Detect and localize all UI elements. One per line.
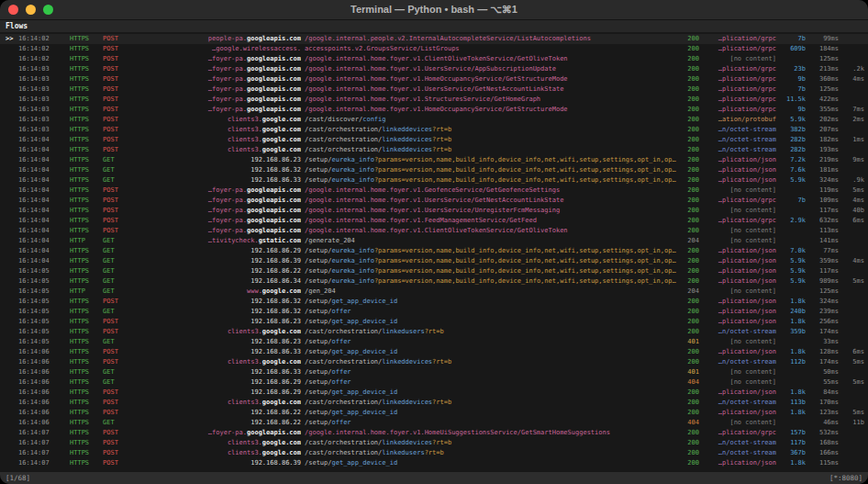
flow-row[interactable]: 16:14:07 HTTPS POST clients3.google.com … [0, 438, 868, 448]
flow-scheme: HTTPS [70, 256, 103, 266]
flow-path: /setup/eureka_info?params=version,name,b… [301, 276, 677, 287]
minimize-button[interactable] [26, 5, 36, 15]
flow-content-type: …plication/grpc [699, 44, 776, 54]
flow-status-code: 200 [677, 74, 699, 84]
flow-row[interactable]: 16:14:04 HTTPS POST clients3.google.com … [0, 145, 868, 155]
flow-row[interactable]: 16:14:06 HTTPS GET 192.168.86.22 /setup/… [0, 418, 868, 428]
flow-row[interactable]: 16:14:04 HTTPS GET 192.168.86.33 /setup/… [0, 175, 868, 186]
flow-row[interactable]: 16:14:04 HTTPS POST …foyer-pa.googleapis… [0, 226, 868, 236]
flow-row[interactable]: 16:14:07 HTTPS POST clients3.google.com … [0, 448, 868, 458]
flow-size [776, 377, 806, 388]
flow-extra-metric [839, 44, 868, 54]
flow-host-domain: googleapis.com [247, 55, 301, 62]
flow-timestamp: 16:14:07 [18, 448, 70, 458]
flow-scheme: HTTPS [70, 428, 103, 438]
flow-row[interactable]: 16:14:05 HTTPS GET 192.168.86.32 /setup/… [0, 307, 868, 317]
flow-host-subdomain: …foyer-pa. [208, 85, 247, 93]
flow-row[interactable]: 16:14:04 HTTPS POST …foyer-pa.googleapis… [0, 206, 868, 216]
flow-row[interactable]: 16:14:05 HTTPS POST 192.168.86.23 /setup… [0, 317, 868, 327]
flow-method: POST [103, 125, 127, 135]
flow-timestamp: 16:14:05 [18, 276, 70, 287]
flow-row[interactable]: 16:14:04 HTTPS POST clients3.google.com … [0, 135, 868, 145]
focus-marker: >> [0, 34, 18, 44]
flow-row[interactable]: 16:14:04 HTTPS GET 192.168.86.29 /setup/… [0, 246, 868, 256]
close-button[interactable] [8, 5, 18, 15]
focus-marker [0, 236, 18, 246]
flow-row[interactable]: 16:14:04 HTTPS POST …foyer-pa.googleapis… [0, 216, 868, 226]
flow-timestamp: 16:14:04 [18, 165, 70, 175]
flow-row[interactable]: 16:14:06 HTTPS POST clients3.google.com … [0, 357, 868, 367]
flow-content-type: [no content] [699, 54, 776, 64]
flow-row[interactable]: 16:14:04 HTTP GET …tivitycheck.gstatic.c… [0, 236, 868, 246]
flow-size: 23b [776, 64, 806, 74]
focus-marker [0, 408, 18, 418]
flow-row[interactable]: 16:14:06 HTTPS POST 192.168.86.22 /setup… [0, 408, 868, 418]
flow-host: …google.wirelessaccess. [127, 44, 301, 54]
flow-size: 282b [776, 135, 806, 145]
flow-row[interactable]: 16:14:05 HTTPS POST clients3.google.com … [0, 327, 868, 337]
flow-host-domain: googleapis.com [247, 186, 301, 194]
flow-row[interactable]: 16:14:05 HTTPS POST 192.168.86.32 /setup… [0, 297, 868, 307]
flow-row[interactable]: 16:14:04 HTTPS GET 192.168.86.39 /setup/… [0, 256, 868, 266]
flow-row[interactable]: 16:14:05 HTTP GET www.google.com /gen_20… [0, 287, 868, 297]
flow-row[interactable]: 16:14:04 HTTPS POST …foyer-pa.googleapis… [0, 186, 868, 196]
flow-method: POST [103, 438, 127, 448]
flow-row[interactable]: 16:14:05 HTTPS GET 192.168.86.34 /setup/… [0, 276, 868, 287]
window-controls [8, 5, 53, 15]
flow-row[interactable]: 16:14:02 HTTPS POST …foyer-pa.googleapis… [0, 54, 868, 64]
flow-path: /cast/orchestration/linkeddevices?rt=b [301, 357, 677, 367]
flow-status-code: 200 [677, 276, 699, 287]
flow-host-domain: 192.168.86.29 [250, 247, 301, 254]
flow-host-domain: google.com [262, 136, 301, 143]
flow-scheme: HTTPS [70, 317, 103, 327]
flow-row[interactable]: 16:14:06 HTTPS GET 192.168.86.33 /setup/… [0, 367, 868, 377]
flow-row[interactable]: 16:14:03 HTTPS POST …foyer-pa.googleapis… [0, 105, 868, 115]
flow-row[interactable]: 16:14:07 HTTPS POST …foyer-pa.googleapis… [0, 428, 868, 438]
flow-row[interactable]: 16:14:04 HTTPS POST …foyer-pa.googleapis… [0, 196, 868, 206]
flow-host: clients3.google.com [127, 115, 301, 125]
flow-size: 7b [776, 84, 806, 95]
zoom-button[interactable] [43, 5, 53, 15]
flow-row[interactable]: 16:14:05 HTTPS GET 192.168.86.22 /setup/… [0, 266, 868, 276]
flow-row[interactable]: >> 16:14:02 HTTPS POST people-pa.googlea… [0, 34, 868, 44]
flow-row[interactable]: 16:14:03 HTTPS POST …foyer-pa.googleapis… [0, 95, 868, 105]
flow-size: 1.8k [776, 388, 806, 398]
focus-marker [0, 206, 18, 216]
flow-timestamp: 16:14:07 [18, 428, 70, 438]
flow-row[interactable]: 16:14:02 HTTPS POST …google.wirelessacce… [0, 44, 868, 54]
flow-row[interactable]: 16:14:06 HTTPS GET 192.168.86.29 /setup/… [0, 377, 868, 388]
flow-row[interactable]: 16:14:03 HTTPS POST …foyer-pa.googleapis… [0, 74, 868, 84]
flow-row[interactable]: 16:14:07 HTTPS POST 192.168.86.39 /setup… [0, 458, 868, 468]
flow-size: 1.8k [776, 297, 806, 307]
flow-row[interactable]: 16:14:05 HTTPS GET 192.168.86.23 /setup/… [0, 337, 868, 347]
flow-size: 11.5k [776, 95, 806, 105]
flow-row[interactable]: 16:14:04 HTTPS GET 192.168.86.23 /setup/… [0, 155, 868, 165]
flow-extra-metric [839, 95, 868, 105]
flow-extra-metric [839, 226, 868, 236]
flow-row[interactable]: 16:14:06 HTTPS POST clients3.google.com … [0, 398, 868, 408]
flow-method: POST [103, 74, 127, 84]
flow-status-code: 200 [677, 196, 699, 206]
flow-row[interactable]: 16:14:06 HTTPS POST 192.168.86.29 /setup… [0, 388, 868, 398]
flow-row[interactable]: 16:14:03 HTTPS POST clients3.google.com … [0, 115, 868, 125]
flow-status-code: 200 [677, 438, 699, 448]
flow-host: 192.168.86.22 [127, 408, 301, 418]
flow-size: 5.9k [776, 175, 806, 186]
flow-row[interactable]: 16:14:04 HTTPS GET 192.168.86.32 /setup/… [0, 165, 868, 175]
flow-status-code: 200 [677, 216, 699, 226]
flow-timestamp: 16:14:04 [18, 236, 70, 246]
flow-row[interactable]: 16:14:03 HTTPS POST …foyer-pa.googleapis… [0, 84, 868, 95]
flow-path: /setup/offer [301, 307, 677, 317]
flow-row[interactable]: 16:14:06 HTTPS POST 192.168.86.33 /setup… [0, 347, 868, 357]
focus-marker [0, 175, 18, 186]
flow-host-domain: google.com [262, 116, 301, 123]
flow-host: …foyer-pa.googleapis.com [127, 95, 301, 105]
flow-row[interactable]: 16:14:03 HTTPS POST clients3.google.com … [0, 125, 868, 135]
status-bar: [1/68] [*:8080] [0, 472, 868, 484]
flow-size: 1.8k [776, 458, 806, 468]
flow-content-type: …plication/grpc [699, 216, 776, 226]
flow-extra-metric [839, 125, 868, 135]
flow-extra-metric [839, 54, 868, 64]
flow-row[interactable]: 16:14:03 HTTPS POST …foyer-pa.googleapis… [0, 64, 868, 74]
flow-status-code: 200 [677, 428, 699, 438]
